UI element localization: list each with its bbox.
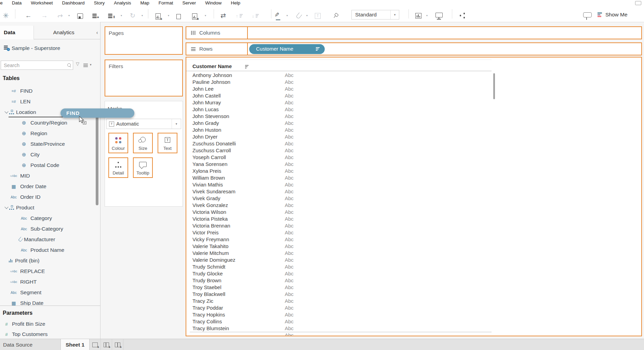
customer-row[interactable]: Victoria PistekaAbc [186,216,492,222]
detail-button[interactable]: Detail [108,157,128,178]
show-me-button[interactable]: Show Me [598,10,628,20]
new-worksheet-tab-button[interactable] [90,339,101,350]
show-mark-labels-icon[interactable]: T [315,13,321,19]
customer-row[interactable]: Vicky FreymannAbc [186,236,492,243]
sort-descending-icon[interactable] [316,47,320,51]
view-options-icon[interactable] [83,64,88,64]
view-options-caret-icon[interactable] [90,63,92,66]
customer-row[interactable]: Anthony JohnsonAbc [186,72,492,79]
tab-data[interactable]: Data [0,26,33,39]
customer-row[interactable]: John LucasAbc [186,106,492,113]
customer-row[interactable]: Victor PreisAbc [186,229,492,236]
field-find[interactable]: FIND [0,86,100,96]
fit-selector-caret-icon[interactable]: ▾ [390,10,399,19]
customer-row[interactable]: Troy StaebelAbc [186,284,492,291]
group-members-caret-icon[interactable] [305,14,309,17]
customer-row[interactable]: John StevensonAbc [186,113,492,120]
tab-sheet-1[interactable]: Sheet 1 [61,339,90,350]
tooltip-button[interactable]: Tooltip [133,157,153,178]
field-category[interactable]: Category [0,213,100,223]
menu-item-help[interactable]: Help [231,0,240,5]
field-order-date[interactable]: Order Date [0,181,100,192]
pause-updates-button[interactable] [108,13,113,18]
mark-type-dropdown[interactable]: T Automatic ▾ [106,119,181,129]
menu-item-server[interactable]: Server [182,0,196,5]
filters-shelf[interactable]: Filters [105,60,183,96]
field-region[interactable]: Region [0,128,100,139]
search-input[interactable] [1,61,73,69]
customer-row[interactable]: John LeeAbc [186,86,492,92]
duplicate-sheet-button[interactable] [176,14,181,19]
chevron-down-icon[interactable] [4,205,8,209]
refresh-caret-icon[interactable] [140,14,144,17]
customer-row[interactable]: Valerie DominguezAbc [186,257,492,263]
new-worksheet-caret-icon[interactable] [167,14,170,17]
collapse-pane-icon[interactable]: ‹ [94,26,100,39]
worksheet-view[interactable]: Customer Name Anthony JohnsonAbcPauline … [186,57,642,336]
table-scrollbar-thumb[interactable] [493,73,495,99]
customer-row[interactable]: Zuschuss CarrollAbc [186,147,492,154]
search-box[interactable] [1,61,73,70]
customer-row[interactable]: Yana SorensenAbc [186,161,492,168]
field-manufacturer[interactable]: Manufacturer [0,234,100,245]
menu-item-story[interactable]: Story [94,0,105,5]
customer-row[interactable]: Tracy HopkinsAbc [186,311,492,318]
save-button[interactable] [77,13,83,19]
field-len[interactable]: LEN [0,96,100,107]
pane-scrollbar-thumb[interactable] [96,110,98,205]
presentation-mode-button[interactable] [435,13,443,17]
datasource-item[interactable]: Sample - Superstore [0,43,100,53]
text-button[interactable]: Text [158,133,177,153]
customer-row[interactable]: Valerie MitchumAbc [186,250,492,257]
new-datasource-button[interactable] [92,13,97,18]
customer-row[interactable]: Tracy BlumsteinAbc [186,325,492,332]
field-postal-code[interactable]: Postal Code [0,160,100,170]
field-right[interactable]: RIGHT [0,276,100,287]
row-field-header[interactable]: Customer Name [192,63,232,69]
customer-row[interactable]: Valerie TakahitoAbc [186,243,492,250]
share-button[interactable] [459,13,465,18]
field-sub-category[interactable]: Sub-Category [0,223,100,234]
field-segment[interactable]: Segment [0,287,100,298]
sort-ascending-button[interactable]: ↑ [236,13,243,19]
group-members-icon[interactable] [296,12,302,19]
field-state-province[interactable]: State/Province [0,139,100,149]
menu-item-worksheet[interactable]: Worksheet [31,0,53,5]
field-replace[interactable]: REPLACE [0,266,100,276]
header-sort-descending-icon[interactable] [245,65,249,69]
filter-fields-icon[interactable] [76,61,79,66]
customer-row[interactable]: Victoria WilsonAbc [186,209,492,216]
customer-row[interactable]: John CastellAbc [186,92,492,99]
customer-row[interactable]: Xylona PreisAbc [186,168,492,174]
customer-row[interactable]: John MurrayAbc [186,99,492,106]
drag-pill-find[interactable]: FIND [61,108,134,118]
parameter-top-customers[interactable]: Top Customers [0,329,100,339]
pill-customer-name[interactable]: Customer Name [249,44,325,54]
field-mid[interactable]: MID [0,170,100,181]
menu-item-dashboard[interactable]: Dashboard [62,0,85,5]
customer-row[interactable]: Vivek SundaresamAbc [186,188,492,195]
customer-row[interactable]: John DryerAbc [186,133,492,140]
rows-shelf[interactable]: Rows Customer Name [186,42,642,55]
customer-row-partial[interactable]: Abc [186,332,492,336]
sort-descending-button[interactable]: ↓ [252,13,259,19]
parameter-profit-bin-size[interactable]: Profit Bin Size [0,319,100,329]
customer-row[interactable]: John HustonAbc [186,127,492,133]
undo-button[interactable] [24,11,33,21]
tab-analytics[interactable]: Analytics [33,26,94,39]
columns-shelf[interactable]: Columns [186,26,642,39]
customer-row[interactable]: Tracy PoddarAbc [186,304,492,311]
customer-row[interactable]: William BrownAbc [186,174,492,181]
tableau-logo-icon[interactable] [1,11,11,21]
customer-row[interactable]: Yoseph CarrollAbc [186,154,492,161]
menu-item-data[interactable]: Data [12,0,22,5]
pause-updates-caret-icon[interactable] [120,14,123,17]
refresh-button[interactable] [128,11,137,21]
field-ship-date[interactable]: Ship Date [0,298,100,306]
customer-row[interactable]: John GradyAbc [186,120,492,127]
menu-item-analysis[interactable]: Analysis [114,0,131,5]
menu-item-map[interactable]: Map [140,0,149,5]
customer-row[interactable]: Tracy CollinsAbc [186,318,492,325]
swap-rows-columns-button[interactable] [218,11,228,21]
field-order-id[interactable]: Order ID [0,192,100,202]
